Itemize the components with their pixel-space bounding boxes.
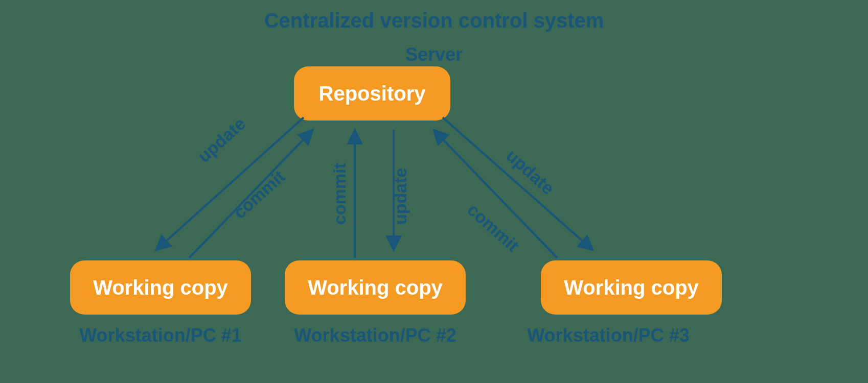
edge-update-3 bbox=[443, 117, 593, 250]
edge-update-1-label: update bbox=[194, 113, 249, 166]
edge-commit-2-label: commit bbox=[330, 163, 349, 225]
working-copy-3-node: Working copy bbox=[541, 260, 722, 315]
working-copy-1-node: Working copy bbox=[70, 260, 251, 315]
diagram-title: Centralized version control system bbox=[0, 9, 868, 32]
edge-commit-1 bbox=[189, 130, 313, 258]
server-label: Server bbox=[0, 44, 868, 65]
edge-update-3-label: update bbox=[502, 146, 558, 198]
workstation-1-label: Workstation/PC #1 bbox=[57, 325, 264, 346]
working-copy-2-node: Working copy bbox=[285, 260, 466, 315]
edge-commit-3-label: commit bbox=[464, 200, 522, 255]
workstation-2-label: Workstation/PC #2 bbox=[272, 325, 478, 346]
working-copy-3-text: Working copy bbox=[564, 276, 699, 299]
workstation-3-label: Workstation/PC #3 bbox=[505, 325, 712, 346]
edge-update-1 bbox=[156, 117, 304, 250]
edge-commit-3 bbox=[433, 130, 557, 258]
working-copy-1-text: Working copy bbox=[93, 276, 228, 299]
repository-node-text: Repository bbox=[319, 82, 426, 105]
edge-update-2-label: update bbox=[391, 168, 410, 225]
diagram-stage: Centralized version control system Serve… bbox=[0, 0, 868, 383]
repository-node: Repository bbox=[294, 66, 450, 121]
edge-commit-1-label: commit bbox=[230, 166, 288, 222]
working-copy-2-text: Working copy bbox=[308, 276, 443, 299]
